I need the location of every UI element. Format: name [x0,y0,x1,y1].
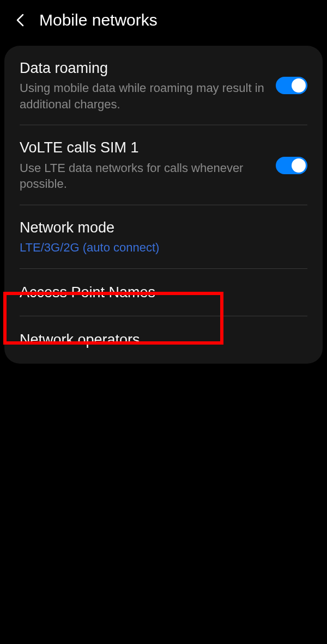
toggle-knob [292,78,306,93]
setting-network-mode[interactable]: Network mode LTE/3G/2G (auto connect) [4,205,323,269]
setting-desc: Use LTE data networks for calls whenever… [20,160,265,192]
settings-panel: Data roaming Using mobile data while roa… [4,46,323,364]
setting-volte[interactable]: VoLTE calls SIM 1 Use LTE data networks … [4,125,323,205]
setting-title: Network operators [20,330,296,349]
back-icon[interactable] [13,13,28,28]
setting-value: LTE/3G/2G (auto connect) [20,240,296,256]
toggle-knob [292,158,306,173]
setting-network-operators[interactable]: Network operators [4,316,323,364]
setting-title: Data roaming [20,59,265,78]
header: Mobile networks [0,0,327,46]
setting-text: VoLTE calls SIM 1 Use LTE data networks … [20,138,276,192]
setting-apn[interactable]: Access Point Names [4,269,323,316]
setting-title: VoLTE calls SIM 1 [20,138,265,157]
setting-text: Access Point Names [20,283,307,302]
page-title: Mobile networks [39,11,158,29]
setting-desc: Using mobile data while roaming may resu… [20,80,265,112]
setting-title: Access Point Names [20,283,296,302]
setting-title: Network mode [20,218,296,237]
toggle-volte[interactable] [276,157,307,174]
setting-text: Data roaming Using mobile data while roa… [20,59,276,112]
setting-data-roaming[interactable]: Data roaming Using mobile data while roa… [4,46,323,125]
toggle-data-roaming[interactable] [276,77,307,94]
setting-text: Network mode LTE/3G/2G (auto connect) [20,218,307,256]
setting-text: Network operators [20,330,307,349]
